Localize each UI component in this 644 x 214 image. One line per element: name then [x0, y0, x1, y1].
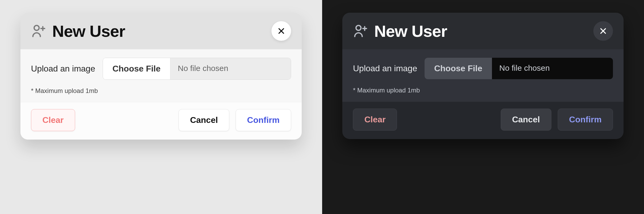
close-icon	[277, 27, 285, 35]
upload-label: Upload an image	[353, 64, 417, 73]
helper-text: * Maximum upload 1mb	[31, 87, 291, 95]
card-footer: Clear Cancel Confirm	[342, 101, 624, 139]
choose-file-button[interactable]: Choose File	[425, 58, 492, 79]
choose-file-button[interactable]: Choose File	[103, 58, 170, 79]
svg-point-5	[356, 25, 361, 30]
file-picker: Choose File No file chosen	[103, 58, 291, 80]
file-name-display: No file chosen	[170, 58, 291, 79]
confirm-button[interactable]: Confirm	[558, 109, 613, 131]
user-add-icon	[31, 24, 46, 38]
close-button[interactable]	[593, 21, 613, 41]
confirm-button[interactable]: Confirm	[236, 109, 291, 131]
user-add-icon	[353, 24, 368, 38]
light-theme-panel: New User Upload an image Choose File No …	[0, 0, 322, 214]
dark-theme-panel: New User Upload an image Choose File No …	[322, 0, 644, 214]
file-picker: Choose File No file chosen	[425, 58, 613, 79]
card-body: Upload an image Choose File No file chos…	[342, 49, 624, 101]
svg-point-0	[34, 25, 39, 30]
clear-button[interactable]: Clear	[353, 109, 397, 131]
new-user-card: New User Upload an image Choose File No …	[342, 13, 624, 139]
new-user-card: New User Upload an image Choose File No …	[20, 13, 302, 140]
card-header: New User	[20, 13, 302, 49]
footer-spacer	[403, 109, 494, 131]
card-header: New User	[342, 13, 624, 49]
footer-spacer	[81, 109, 172, 131]
file-name-display: No file chosen	[492, 58, 613, 79]
card-title: New User	[374, 22, 593, 41]
close-button[interactable]	[271, 21, 291, 41]
upload-label: Upload an image	[31, 64, 95, 74]
helper-text: * Maximum upload 1mb	[353, 87, 613, 94]
card-footer: Clear Cancel Confirm	[20, 102, 302, 140]
close-icon	[599, 27, 607, 35]
upload-row: Upload an image Choose File No file chos…	[353, 58, 613, 79]
cancel-button[interactable]: Cancel	[501, 109, 551, 131]
cancel-button[interactable]: Cancel	[179, 109, 229, 131]
card-body: Upload an image Choose File No file chos…	[20, 49, 302, 102]
upload-row: Upload an image Choose File No file chos…	[31, 58, 291, 80]
clear-button[interactable]: Clear	[31, 109, 75, 131]
card-title: New User	[52, 22, 271, 41]
